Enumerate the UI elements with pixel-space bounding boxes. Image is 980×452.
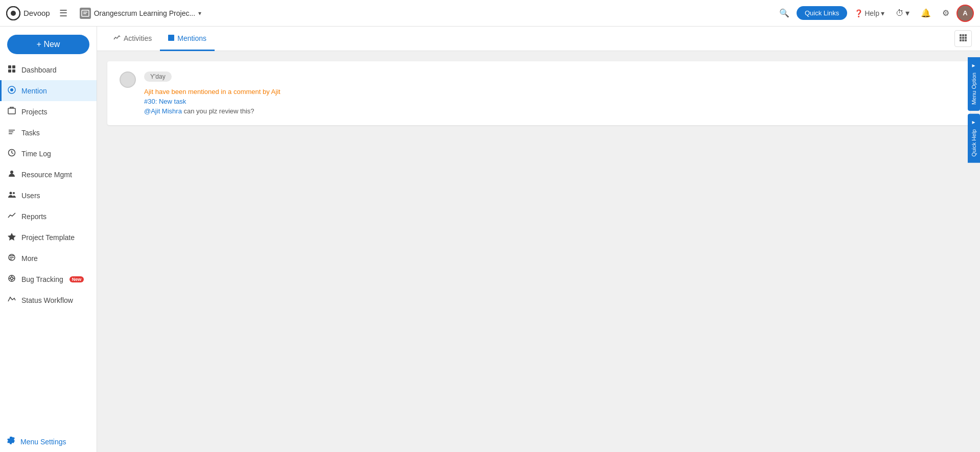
right-panel: Menu Option ◄ Quick Help ◄	[968, 57, 980, 163]
mentions-tab-icon	[168, 34, 174, 42]
sidebar-item-status-workflow[interactable]: Status Workflow	[0, 290, 97, 311]
day-badge: Y'day	[144, 72, 172, 82]
svg-rect-20	[10, 259, 12, 260]
resource-icon	[7, 170, 16, 179]
sidebar-item-project-template[interactable]: Project Template	[0, 227, 97, 248]
svg-point-1	[11, 11, 16, 16]
bug-tracking-icon	[7, 274, 16, 284]
svg-point-13	[10, 171, 13, 174]
new-button[interactable]: + New	[7, 35, 89, 54]
timelog-label: Time Log	[21, 150, 51, 158]
mention-user-link[interactable]: @Ajit Mishra	[144, 107, 182, 115]
mention-task-link[interactable]: #30: New task	[144, 98, 958, 105]
users-icon	[7, 191, 16, 200]
project-selector[interactable]: Orangescrum Learning Projec... ▾	[76, 6, 205, 21]
grid-view-button[interactable]	[954, 30, 972, 47]
project-name: Orangescrum Learning Projec...	[94, 9, 195, 17]
sidebar-item-timelog[interactable]: Time Log	[0, 143, 97, 164]
svg-rect-36	[965, 39, 967, 41]
menu-settings-item[interactable]: Menu Settings	[0, 431, 97, 452]
quick-help-label: Quick Help	[971, 129, 977, 157]
menu-settings-label: Menu Settings	[20, 438, 66, 446]
svg-rect-18	[10, 255, 14, 256]
quick-help-arrow: ◄	[971, 120, 976, 126]
svg-rect-35	[962, 39, 964, 41]
sidebar: + New Dashboard Mention	[0, 27, 97, 452]
hamburger-icon: ☰	[59, 8, 67, 18]
tab-activities[interactable]: Activities	[105, 27, 160, 51]
help-label: Help	[865, 9, 879, 17]
help-button[interactable]: ❓ Help ▾	[850, 7, 889, 20]
new-button-container: + New	[0, 27, 97, 59]
content-scroll: Y'day Ajit have been mentioned in a comm…	[97, 51, 980, 452]
resource-label: Resource Mgmt	[21, 171, 72, 179]
grid-icon	[959, 35, 967, 43]
mention-card: Y'day Ajit have been mentioned in a comm…	[107, 61, 970, 125]
svg-rect-32	[962, 37, 964, 39]
activities-tab-label: Activities	[124, 34, 152, 42]
sidebar-item-dashboard[interactable]: Dashboard	[0, 59, 97, 80]
status-workflow-label: Status Workflow	[21, 296, 73, 304]
svg-point-14	[10, 192, 12, 195]
projects-label: Projects	[21, 108, 48, 116]
search-button[interactable]: 🔍	[775, 5, 794, 21]
svg-rect-11	[8, 108, 15, 114]
svg-rect-28	[960, 34, 962, 36]
sidebar-item-more[interactable]: More	[0, 248, 97, 269]
sidebar-item-users[interactable]: Users	[0, 185, 97, 206]
sidebar-item-reports[interactable]: Reports	[0, 206, 97, 227]
mention-icon	[7, 86, 16, 96]
help-icon: ❓	[854, 9, 863, 17]
dashboard-label: Dashboard	[21, 66, 57, 74]
projects-icon	[7, 107, 16, 116]
user-avatar[interactable]: A	[956, 5, 974, 22]
users-label: Users	[21, 192, 40, 200]
sidebar-item-mention[interactable]: Mention	[0, 80, 97, 101]
svg-rect-3	[83, 12, 87, 13]
tab-mentions[interactable]: Mentions	[160, 27, 215, 51]
gear-icon: ⚙	[942, 8, 949, 18]
timer-button[interactable]: ⏱ ▾	[892, 5, 914, 21]
svg-rect-33	[965, 37, 967, 39]
svg-marker-16	[8, 233, 16, 241]
svg-point-10	[10, 88, 13, 91]
reports-icon	[7, 211, 16, 221]
top-nav: Devoop ☰ Orangescrum Learning Projec... …	[0, 0, 980, 27]
timer-icon: ⏱	[896, 9, 904, 18]
bug-tracking-label: Bug Tracking	[21, 275, 63, 283]
project-template-label: Project Template	[21, 233, 75, 242]
settings-button[interactable]: ⚙	[938, 5, 953, 21]
mention-label: Mention	[21, 87, 47, 95]
dashboard-icon	[7, 65, 16, 75]
quick-links-button[interactable]: Quick Links	[797, 6, 847, 20]
menu-option-tab[interactable]: Menu Option ◄	[968, 57, 980, 111]
more-label: More	[21, 254, 38, 263]
svg-rect-8	[12, 69, 15, 73]
sidebar-item-projects[interactable]: Projects	[0, 101, 97, 122]
timer-chevron-icon: ▾	[905, 8, 909, 18]
sidebar-item-tasks[interactable]: Tasks	[0, 122, 97, 143]
bell-icon: 🔔	[921, 8, 931, 18]
mention-comment-text: can you plz review this?	[182, 107, 254, 115]
svg-rect-31	[960, 37, 962, 39]
sidebar-item-bug-tracking[interactable]: Bug Tracking New	[0, 269, 97, 290]
notifications-button[interactable]: 🔔	[917, 5, 935, 21]
mention-alert-text: Ajit have been mentioned in a comment by…	[144, 88, 958, 96]
svg-rect-29	[962, 34, 964, 36]
project-template-icon	[7, 232, 16, 242]
menu-settings-icon	[7, 437, 15, 446]
chevron-down-icon: ▾	[198, 10, 201, 17]
sidebar-item-resource-mgmt[interactable]: Resource Mgmt	[0, 164, 97, 185]
hamburger-button[interactable]: ☰	[56, 5, 71, 22]
mention-body: Y'day Ajit have been mentioned in a comm…	[144, 72, 958, 115]
svg-rect-7	[8, 69, 11, 73]
search-icon: 🔍	[779, 8, 789, 18]
menu-option-label: Menu Option	[971, 73, 977, 105]
svg-rect-30	[965, 34, 967, 36]
help-chevron-icon: ▾	[881, 9, 884, 17]
quick-help-tab[interactable]: Quick Help ◄	[968, 114, 980, 163]
svg-rect-6	[12, 65, 15, 68]
tabs-list: Activities Mentions	[105, 27, 215, 51]
nav-actions: 🔍 Quick Links ❓ Help ▾ ⏱ ▾ 🔔 ⚙ A	[775, 5, 974, 22]
svg-rect-19	[10, 257, 14, 258]
